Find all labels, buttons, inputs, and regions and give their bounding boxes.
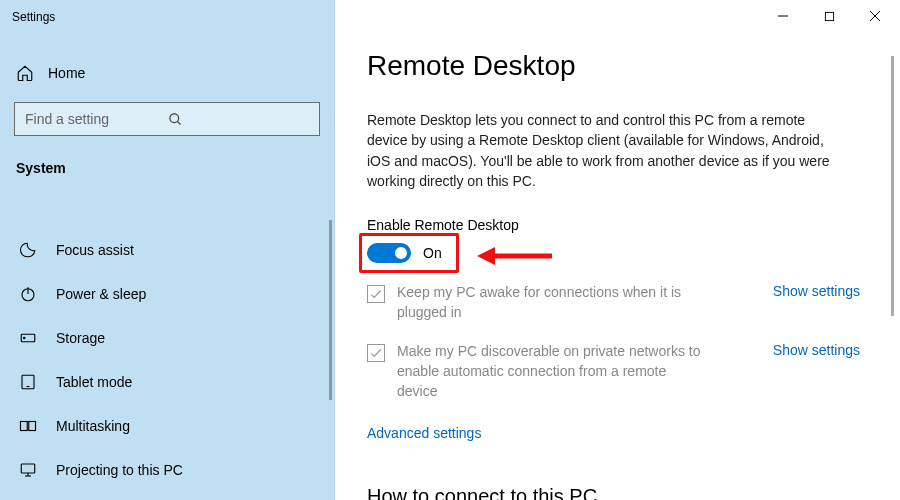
option-text: Make my PC discoverable on private netwo…	[397, 342, 707, 401]
titlebar-controls	[760, 2, 898, 30]
nav-label: Multitasking	[56, 418, 130, 434]
checkbox-keep-awake[interactable]	[367, 285, 385, 303]
maximize-button[interactable]	[806, 2, 852, 30]
svg-rect-9	[29, 422, 36, 431]
show-settings-link[interactable]: Show settings	[773, 342, 860, 358]
svg-rect-15	[825, 12, 833, 20]
sidebar-item-tablet-mode[interactable]: Tablet mode	[0, 360, 334, 404]
main-scrollbar[interactable]	[891, 56, 894, 316]
show-settings-link[interactable]: Show settings	[773, 283, 860, 299]
power-icon	[18, 284, 38, 304]
connect-heading: How to connect to this PC	[367, 485, 860, 500]
sidebar-item-multitasking[interactable]: Multitasking	[0, 404, 334, 448]
search-placeholder: Find a setting	[25, 111, 168, 127]
sidebar-item-projecting[interactable]: Projecting to this PC	[0, 448, 334, 492]
project-icon	[18, 460, 38, 480]
home-icon	[16, 64, 34, 82]
description: Remote Desktop lets you connect to and c…	[367, 110, 837, 191]
svg-point-0	[170, 113, 179, 122]
home-label: Home	[48, 65, 85, 81]
moon-icon	[18, 240, 38, 260]
option-discoverable: Make my PC discoverable on private netwo…	[367, 342, 860, 401]
enable-remote-desktop-toggle[interactable]	[367, 243, 411, 263]
close-button[interactable]	[852, 2, 898, 30]
sidebar-nav: Focus assist Power & sleep Storage Table…	[0, 228, 334, 492]
svg-rect-8	[21, 422, 28, 431]
svg-marker-13	[477, 247, 495, 265]
checkbox-discoverable[interactable]	[367, 344, 385, 362]
advanced-settings-link[interactable]: Advanced settings	[367, 425, 481, 441]
page-title: Remote Desktop	[367, 50, 860, 82]
sidebar: Settings Home Find a setting System Focu…	[0, 0, 335, 500]
minimize-button[interactable]	[760, 2, 806, 30]
sidebar-scrollbar[interactable]	[329, 220, 332, 400]
sidebar-item-focus-assist[interactable]: Focus assist	[0, 228, 334, 272]
sidebar-item-power-sleep[interactable]: Power & sleep	[0, 272, 334, 316]
toggle-state-label: On	[423, 245, 442, 261]
storage-icon	[18, 328, 38, 348]
svg-rect-10	[21, 464, 35, 473]
window-title: Settings	[0, 6, 334, 26]
sidebar-item-home[interactable]: Home	[0, 54, 334, 92]
nav-label: Projecting to this PC	[56, 462, 183, 478]
option-keep-awake: Keep my PC awake for connections when it…	[367, 283, 860, 322]
annotation-arrow	[477, 241, 557, 271]
nav-label: Focus assist	[56, 242, 134, 258]
svg-line-1	[177, 121, 180, 124]
sidebar-section-system: System	[0, 154, 334, 190]
multitask-icon	[18, 416, 38, 436]
sidebar-item-storage[interactable]: Storage	[0, 316, 334, 360]
svg-point-5	[24, 337, 26, 339]
toggle-knob	[395, 247, 407, 259]
main-content: Remote Desktop Remote Desktop lets you c…	[335, 0, 900, 500]
tablet-icon	[18, 372, 38, 392]
nav-label: Power & sleep	[56, 286, 146, 302]
nav-label: Storage	[56, 330, 105, 346]
search-input[interactable]: Find a setting	[14, 102, 320, 136]
option-text: Keep my PC awake for connections when it…	[397, 283, 707, 322]
enable-remote-desktop-label: Enable Remote Desktop	[367, 217, 860, 233]
search-icon	[168, 111, 311, 127]
nav-label: Tablet mode	[56, 374, 132, 390]
